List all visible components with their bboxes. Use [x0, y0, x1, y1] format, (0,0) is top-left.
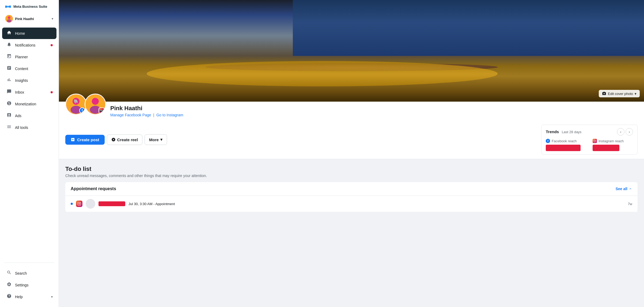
- sidebar: Meta Business Suite Pink Haathi ▾ Home: [0, 0, 59, 307]
- home-icon: [6, 30, 12, 36]
- trends-card: Trends Last 28 days ‹ › f Facebook reach: [541, 125, 638, 155]
- trends-navigation: ‹ ›: [617, 128, 633, 136]
- todo-card: Appointment requests See all Jul 30, 3:3…: [65, 182, 638, 212]
- instagram-reach-bar: [593, 145, 619, 151]
- instagram-badge: 📷: [99, 108, 104, 113]
- chevron-down-icon: ▾: [52, 17, 53, 21]
- sidebar-item-monetization[interactable]: Monetization: [2, 98, 56, 110]
- nav-section: Home Notifications Planner: [0, 27, 59, 260]
- account-avatar: [5, 15, 13, 22]
- create-post-icon: [71, 137, 75, 142]
- facebook-reach-label: f Facebook reach: [546, 139, 586, 143]
- sidebar-item-all-tools[interactable]: All tools: [2, 122, 56, 133]
- sidebar-item-content-label: Content: [15, 67, 28, 71]
- trends-title: Trends: [546, 129, 559, 134]
- help-chevron-icon: ▾: [51, 295, 53, 299]
- create-reel-label: Create reel: [117, 137, 138, 142]
- appointment-name-redacted: [99, 201, 125, 206]
- trends-prev-button[interactable]: ‹: [617, 128, 624, 136]
- gear-icon: [6, 282, 12, 288]
- sidebar-item-search-label: Search: [15, 271, 27, 275]
- facebook-page-avatar: 🐘 f: [65, 94, 87, 115]
- chevron-up-icon: [628, 187, 632, 191]
- profile-links: Manage Facebook Page | Go to Instagram: [110, 113, 638, 117]
- notifications-badge: [51, 44, 53, 46]
- manage-facebook-link[interactable]: Manage Facebook Page: [110, 113, 151, 117]
- instagram-page-avatar: 📷: [85, 94, 106, 115]
- more-button[interactable]: More ▾: [145, 134, 167, 145]
- todo-section: To-do list Check unread messages, commen…: [59, 159, 644, 212]
- svg-point-15: [80, 203, 80, 203]
- sidebar-item-inbox[interactable]: Inbox: [2, 86, 56, 98]
- svg-point-12: [595, 140, 596, 140]
- svg-text:🐘: 🐘: [74, 99, 79, 104]
- instagram-icon: [593, 139, 597, 143]
- create-post-label: Create post: [77, 137, 99, 142]
- svg-point-14: [79, 203, 80, 205]
- todo-subtitle: Check unread messages, comments and othe…: [65, 174, 638, 178]
- svg-rect-10: [594, 140, 596, 142]
- facebook-icon: f: [546, 139, 550, 143]
- sidebar-item-ads[interactable]: Ads: [2, 110, 56, 121]
- monetization-icon: [6, 101, 12, 107]
- help-icon: [6, 294, 12, 300]
- profile-info: Pink Haathi Manage Facebook Page | Go to…: [110, 102, 638, 117]
- sidebar-item-search[interactable]: Search: [2, 267, 56, 279]
- account-selector[interactable]: Pink Haathi ▾: [3, 13, 55, 24]
- account-name: Pink Haathi: [15, 17, 50, 21]
- facebook-reach-metric: f Facebook reach: [546, 139, 586, 151]
- see-all-link[interactable]: See all: [616, 187, 632, 191]
- edit-cover-chevron-icon: ▾: [635, 92, 637, 96]
- create-reel-button[interactable]: Create reel: [107, 135, 143, 145]
- cover-photo-area: Edit cover photo ▾: [59, 0, 644, 102]
- create-post-button[interactable]: Create post: [65, 135, 105, 145]
- sidebar-bottom: Search Settings Help ▾: [0, 265, 59, 303]
- appointment-time: Jul 30, 3:30 AM - Appointment: [128, 202, 624, 206]
- trends-metrics: f Facebook reach Instagram reach: [546, 139, 633, 151]
- unread-dot: [71, 203, 73, 205]
- sidebar-item-insights[interactable]: Insights: [2, 75, 56, 86]
- instagram-reach-label: Instagram reach: [593, 139, 633, 143]
- svg-point-1: [8, 16, 10, 19]
- todo-card-header: Appointment requests See all: [65, 182, 638, 196]
- facebook-reach-bar: [546, 145, 581, 151]
- appointment-row[interactable]: Jul 30, 3:30 AM - Appointment 7w: [65, 196, 638, 212]
- insights-icon: [6, 77, 12, 83]
- camera-icon: [602, 91, 606, 96]
- sidebar-item-planner[interactable]: Planner: [2, 51, 56, 63]
- app-name: Meta Business Suite: [13, 5, 47, 9]
- svg-point-11: [594, 140, 595, 141]
- sidebar-item-settings[interactable]: Settings: [2, 279, 56, 291]
- appointment-requests-title: Appointment requests: [71, 186, 116, 191]
- search-icon: [6, 270, 12, 276]
- sidebar-item-all-tools-label: All tools: [15, 125, 28, 130]
- meta-logo-icon: [4, 4, 12, 9]
- sidebar-item-content[interactable]: Content: [2, 63, 56, 74]
- sidebar-item-help[interactable]: Help ▾: [2, 291, 56, 302]
- trends-period: Last 28 days: [562, 130, 582, 134]
- appointment-age: 7w: [628, 202, 632, 206]
- sidebar-item-planner-label: Planner: [15, 55, 28, 59]
- ads-icon: [6, 113, 12, 119]
- sidebar-item-insights-label: Insights: [15, 78, 28, 83]
- calendar-icon: [6, 54, 12, 60]
- more-chevron-icon: ▾: [160, 137, 162, 142]
- sidebar-divider: [4, 263, 54, 263]
- appointment-avatar: [86, 199, 95, 209]
- inbox-icon: [6, 89, 12, 95]
- main-content: Edit cover photo ▾ 🐘 f: [59, 0, 644, 307]
- trends-title-area: Trends Last 28 days: [546, 129, 581, 134]
- edit-cover-photo-button[interactable]: Edit cover photo ▾: [599, 90, 640, 97]
- sidebar-item-home[interactable]: Home: [2, 28, 56, 39]
- cover-photo: [59, 0, 644, 102]
- go-to-instagram-link[interactable]: Go to Instagram: [156, 113, 183, 117]
- edit-cover-label: Edit cover photo: [608, 92, 633, 96]
- svg-rect-13: [78, 202, 81, 205]
- svg-point-8: [92, 98, 99, 105]
- trends-next-button[interactable]: ›: [626, 128, 633, 136]
- sidebar-item-inbox-label: Inbox: [15, 90, 24, 94]
- sidebar-item-notifications[interactable]: Notifications: [2, 39, 56, 51]
- sidebar-item-home-label: Home: [15, 31, 25, 36]
- logo-area: Meta Business Suite: [0, 0, 59, 11]
- profile-section: 🐘 f 📷 Pink Haathi Manage Faceb: [59, 102, 644, 121]
